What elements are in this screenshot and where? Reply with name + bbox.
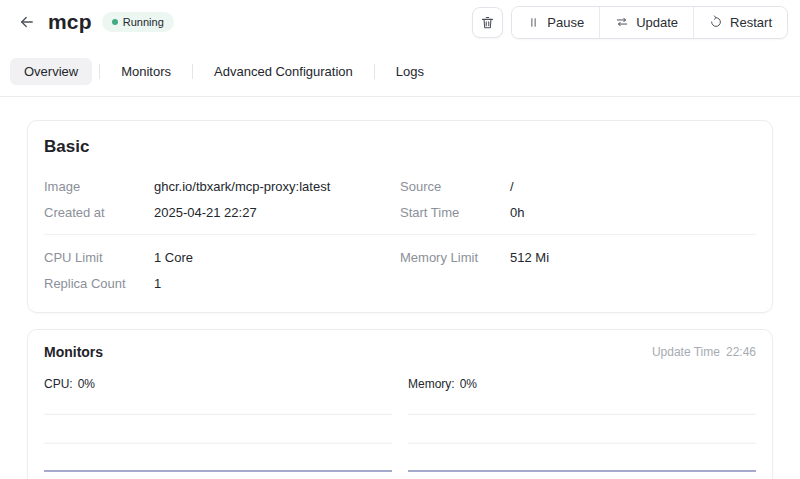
field-label: Memory Limit [400, 250, 510, 265]
field-memory-limit: Memory Limit 512 Mi [400, 244, 756, 270]
field-value: 1 Core [154, 250, 193, 265]
tab-advanced-configuration[interactable]: Advanced Configuration [200, 58, 367, 85]
tab-separator [192, 64, 193, 79]
restart-icon [709, 15, 723, 29]
back-button[interactable] [14, 9, 40, 35]
field-value: 1 [154, 276, 161, 291]
field-image: Image ghcr.io/tbxark/mcp-proxy:latest [44, 173, 400, 199]
update-icon [615, 15, 629, 29]
main-content: Basic Image ghcr.io/tbxark/mcp-proxy:lat… [0, 120, 800, 479]
field-label: Replica Count [44, 276, 154, 291]
field-value: 0h [510, 205, 524, 220]
cpu-usage-chart [44, 400, 392, 472]
field-label: Source [400, 179, 510, 194]
pause-label: Pause [547, 15, 584, 30]
memory-usage-chart [408, 400, 756, 472]
basic-fields-bottom: CPU Limit 1 Core Memory Limit 512 Mi Rep… [44, 244, 756, 296]
tab-separator [99, 64, 100, 79]
cpu-usage-label: CPU: 0% [44, 377, 392, 391]
status-badge: Running [102, 12, 174, 32]
monitors-card: Monitors Update Time 22:46 CPU: 0% Memor… [27, 329, 773, 479]
update-label: Update [636, 15, 678, 30]
basic-fields-top: Image ghcr.io/tbxark/mcp-proxy:latest So… [44, 173, 756, 225]
cpu-value: 0% [78, 377, 95, 391]
update-time: Update Time 22:46 [652, 345, 756, 359]
update-time-label: Update Time [652, 345, 720, 359]
tab-overview[interactable]: Overview [10, 58, 92, 85]
field-empty [400, 270, 756, 296]
field-source: Source / [400, 173, 756, 199]
trash-icon [480, 15, 495, 30]
tab-bar: Overview Monitors Advanced Configuration… [0, 58, 800, 85]
field-label: Created at [44, 205, 154, 220]
field-replica-count: Replica Count 1 [44, 270, 400, 296]
tab-logs[interactable]: Logs [382, 58, 438, 85]
memory-value: 0% [460, 377, 477, 391]
cpu-label: CPU: [44, 377, 73, 391]
tab-separator [374, 64, 375, 79]
status-label: Running [123, 16, 164, 28]
delete-button[interactable] [472, 7, 503, 38]
app-header: mcp Running Pause Update Restart [0, 0, 800, 44]
memory-chart-block: Memory: 0% [408, 377, 756, 472]
field-label: CPU Limit [44, 250, 154, 265]
cpu-chart-block: CPU: 0% [44, 377, 392, 472]
charts-row: CPU: 0% Memory: 0% [44, 377, 756, 472]
basic-card: Basic Image ghcr.io/tbxark/mcp-proxy:lat… [27, 120, 773, 313]
field-value: / [510, 179, 514, 194]
memory-label: Memory: [408, 377, 455, 391]
field-start-time: Start Time 0h [400, 199, 756, 225]
tab-monitors[interactable]: Monitors [107, 58, 185, 85]
arrow-left-icon [18, 13, 36, 31]
restart-button[interactable]: Restart [693, 7, 787, 38]
monitors-title: Monitors [44, 344, 103, 360]
memory-usage-label: Memory: 0% [408, 377, 756, 391]
page-title: mcp [48, 10, 92, 34]
update-button[interactable]: Update [599, 7, 693, 38]
card-divider [44, 234, 756, 235]
field-value: 2025-04-21 22:27 [154, 205, 257, 220]
pause-icon [527, 16, 540, 29]
status-dot-icon [112, 19, 118, 25]
page-divider [0, 96, 800, 97]
basic-card-title: Basic [44, 137, 756, 157]
pause-button[interactable]: Pause [512, 7, 599, 38]
field-label: Image [44, 179, 154, 194]
monitors-header: Monitors Update Time 22:46 [44, 344, 756, 360]
field-cpu-limit: CPU Limit 1 Core [44, 244, 400, 270]
field-value: 512 Mi [510, 250, 549, 265]
field-value: ghcr.io/tbxark/mcp-proxy:latest [154, 179, 330, 194]
field-created-at: Created at 2025-04-21 22:27 [44, 199, 400, 225]
field-label: Start Time [400, 205, 510, 220]
restart-label: Restart [730, 15, 772, 30]
update-time-value: 22:46 [726, 345, 756, 359]
action-button-group: Pause Update Restart [511, 6, 788, 39]
